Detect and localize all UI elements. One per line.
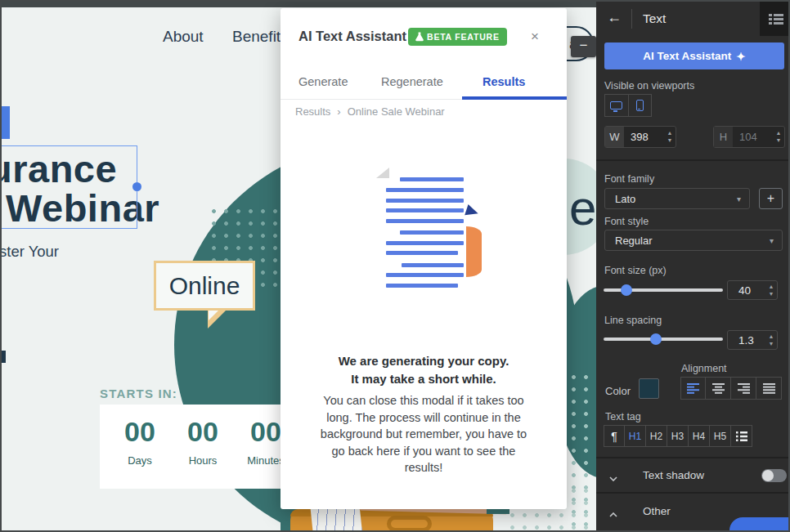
- beta-feature-label: BETA FEATURE: [427, 32, 500, 42]
- line-spacing-stepper[interactable]: ▲▼: [765, 334, 777, 346]
- tab-regenerate[interactable]: Regenerate: [381, 75, 443, 88]
- tag-paragraph-button[interactable]: ¶: [604, 425, 625, 447]
- countdown-heading: STARTS IN:: [100, 387, 177, 400]
- font-size-stepper[interactable]: ▲▼: [765, 284, 777, 297]
- app-window: About Benefits ac e urance Webinar ster …: [0, 0, 790, 532]
- speech-bubble-label: Online: [169, 272, 240, 300]
- countdown-days-label: Days: [114, 454, 165, 467]
- align-right-button[interactable]: [731, 377, 756, 400]
- tag-h4-button[interactable]: H4: [689, 425, 710, 447]
- breadcrumb-results[interactable]: Results: [295, 105, 330, 118]
- canvas-subheading-fragment[interactable]: ster Your: [2, 243, 59, 261]
- clipped-text-fragment: [2, 351, 6, 363]
- tag-h2-button[interactable]: H2: [646, 425, 667, 447]
- list-icon: [736, 431, 747, 441]
- status-heading: We are generating your copy. It may take…: [281, 352, 567, 388]
- font-size-label: Font size (px): [604, 265, 667, 276]
- panel-title: Text: [643, 11, 666, 26]
- font-style-dropdown[interactable]: Regular ▾: [604, 230, 783, 251]
- height-field[interactable]: H 104 ▲▼: [713, 126, 785, 148]
- tag-list-button[interactable]: [731, 425, 752, 447]
- collapse-minus-button[interactable]: −: [571, 36, 596, 57]
- tag-h1-button[interactable]: H1: [625, 425, 646, 447]
- font-size-slider-knob[interactable]: [621, 284, 632, 296]
- cursor-arrow-graphic: [465, 204, 480, 219]
- divider: [631, 9, 632, 29]
- line-spacing-slider-track[interactable]: [604, 338, 723, 341]
- height-value: 104: [733, 131, 773, 143]
- countdown-hours-value: 00: [177, 416, 228, 448]
- layers-list-icon: [769, 13, 783, 25]
- breadcrumb: Results › Online Sale Webinar: [295, 105, 445, 118]
- font-family-value: Lato: [605, 193, 737, 205]
- width-label: W: [605, 127, 624, 147]
- height-label: H: [714, 127, 733, 147]
- ai-text-assistant-modal: AI Text Assistant BETA FEATURE × Generat…: [281, 8, 567, 509]
- flask-icon: [415, 32, 424, 42]
- chevron-down-icon: ▾: [770, 236, 782, 245]
- chevron-right-icon: ›: [337, 105, 340, 118]
- countdown-hours: 00 Hours: [177, 405, 228, 467]
- blue-accent-bar: [2, 106, 10, 139]
- line-spacing-value[interactable]: 1.3: [728, 334, 765, 346]
- close-icon[interactable]: ×: [526, 28, 544, 46]
- nav-link-about[interactable]: About: [163, 28, 204, 46]
- chevron-down-icon: [609, 470, 617, 485]
- viewport-toggle-group: [604, 94, 652, 117]
- status-heading-line2: It may take a short while.: [281, 370, 567, 388]
- tag-h3-button[interactable]: H3: [667, 425, 689, 447]
- text-shadow-section[interactable]: Text shadow: [596, 458, 790, 492]
- ai-text-assistant-button[interactable]: AI Text Assistant ✦: [604, 42, 784, 69]
- alignment-button-group: [680, 377, 782, 400]
- countdown-hours-label: Hours: [177, 454, 228, 467]
- line-spacing-label: Line spacing: [604, 315, 662, 326]
- width-stepper[interactable]: ▲▼: [664, 131, 676, 143]
- align-justify-button[interactable]: [756, 377, 782, 400]
- font-style-value: Regular: [605, 235, 770, 247]
- align-right-icon: [738, 383, 750, 394]
- color-swatch[interactable]: [639, 378, 659, 399]
- font-size-input[interactable]: 40 ▲▼: [727, 280, 778, 300]
- selection-resize-handle[interactable]: [132, 182, 141, 191]
- help-chat-button[interactable]: [729, 517, 790, 532]
- text-tag-label: Text tag: [605, 411, 641, 422]
- phone-icon: [636, 100, 644, 111]
- text-shadow-toggle[interactable]: [761, 469, 787, 482]
- mobile-viewport-button[interactable]: [628, 95, 652, 116]
- status-body: You can close this modal if it takes too…: [313, 392, 534, 476]
- tab-results[interactable]: Results: [483, 75, 525, 88]
- beta-feature-badge: BETA FEATURE: [408, 28, 507, 46]
- back-arrow-icon[interactable]: ←: [607, 9, 622, 26]
- width-value[interactable]: 398: [624, 131, 664, 143]
- font-size-value[interactable]: 40: [728, 284, 765, 297]
- width-field[interactable]: W 398 ▲▼: [604, 126, 676, 148]
- photo-belt-buckle: [387, 516, 432, 532]
- height-stepper[interactable]: ▲▼: [773, 131, 784, 143]
- line-spacing-slider-knob[interactable]: [650, 333, 662, 345]
- generating-document-illustration: [379, 165, 486, 296]
- align-left-button[interactable]: [680, 377, 706, 400]
- viewports-label: Visible on viewports: [604, 80, 694, 92]
- orange-half-circle-graphic: [466, 226, 482, 277]
- monitor-icon: [610, 101, 622, 110]
- active-tab-underline: [462, 96, 567, 100]
- add-font-button[interactable]: +: [759, 188, 783, 209]
- font-style-label: Font style: [604, 216, 649, 227]
- tag-h5-button[interactable]: H5: [710, 425, 731, 447]
- text-tag-button-group: ¶ H1 H2 H3 H4 H5: [604, 425, 752, 447]
- align-left-icon: [687, 383, 699, 394]
- page-fold-graphic: [376, 168, 389, 178]
- font-family-dropdown[interactable]: Lato ▾: [604, 188, 750, 209]
- layers-panel-button[interactable]: [760, 2, 790, 36]
- countdown-days: 00 Days: [114, 405, 165, 467]
- text-shadow-label: Text shadow: [643, 469, 704, 481]
- tab-generate[interactable]: Generate: [298, 75, 348, 88]
- line-spacing-input[interactable]: 1.3 ▲▼: [727, 330, 778, 350]
- other-label: Other: [643, 505, 671, 517]
- alignment-label: Alignment: [681, 363, 727, 374]
- font-family-label: Font family: [604, 173, 654, 185]
- align-center-button[interactable]: [706, 377, 731, 400]
- speech-bubble-online[interactable]: Online: [154, 261, 255, 311]
- desktop-viewport-button[interactable]: [605, 95, 628, 116]
- selection-box[interactable]: [2, 145, 137, 229]
